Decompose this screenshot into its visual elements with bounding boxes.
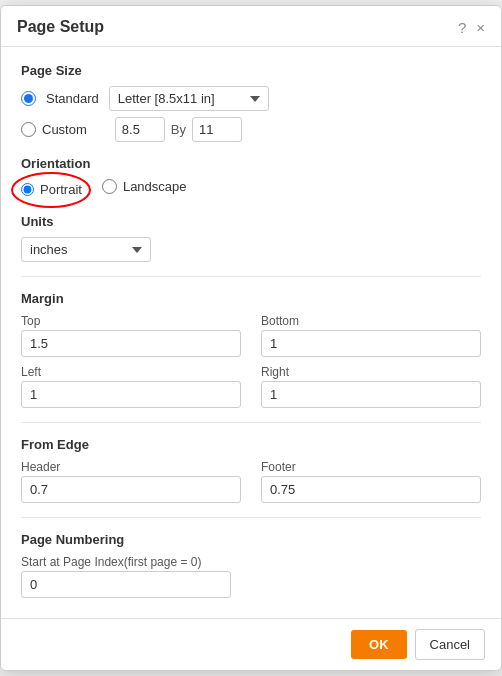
units-select[interactable]: inches centimeters millimeters points (21, 237, 151, 262)
header-field: Header (21, 460, 241, 503)
landscape-label: Landscape (123, 179, 187, 194)
custom-row: Custom By (21, 117, 481, 142)
custom-height-input[interactable] (192, 117, 242, 142)
margin-bottom-field: Bottom (261, 314, 481, 357)
footer-input[interactable] (261, 476, 481, 503)
by-label: By (171, 122, 186, 137)
page-numbering-section: Page Numbering Start at Page Index(first… (21, 532, 481, 598)
units-section: Units inches centimeters millimeters poi… (21, 214, 481, 262)
standard-label: Standard (46, 91, 99, 106)
footer-field: Footer (261, 460, 481, 503)
footer-label: Footer (261, 460, 481, 474)
page-size-section: Page Size Standard Letter [8.5x11 in] Cu… (21, 63, 481, 142)
dialog-title: Page Setup (17, 18, 104, 36)
divider-2 (21, 422, 481, 423)
custom-width-input[interactable] (115, 117, 165, 142)
margin-right-input[interactable] (261, 381, 481, 408)
landscape-radio[interactable] (102, 179, 117, 194)
margin-left-field: Left (21, 365, 241, 408)
close-button[interactable]: × (476, 20, 485, 35)
start-page-label: Start at Page Index(first page = 0) (21, 555, 481, 569)
start-page-field: Start at Page Index(first page = 0) (21, 555, 481, 598)
page-size-label: Page Size (21, 63, 481, 78)
margin-bottom-input[interactable] (261, 330, 481, 357)
edge-grid: Header Footer (21, 460, 481, 503)
margin-grid: Top Bottom Left Right (21, 314, 481, 408)
orientation-section: Orientation Portrait Landscape (21, 156, 481, 200)
custom-label: Custom (42, 122, 87, 137)
cancel-button[interactable]: Cancel (415, 629, 485, 660)
margin-right-label: Right (261, 365, 481, 379)
units-label: Units (21, 214, 481, 229)
orientation-label: Orientation (21, 156, 481, 171)
standard-radio[interactable] (21, 91, 36, 106)
standard-row: Standard Letter [8.5x11 in] (21, 86, 481, 111)
margin-top-label: Top (21, 314, 241, 328)
margin-left-label: Left (21, 365, 241, 379)
orientation-row: Portrait Landscape (21, 179, 481, 200)
page-numbering-label: Page Numbering (21, 532, 481, 547)
start-page-input[interactable] (21, 571, 231, 598)
paper-size-select[interactable]: Letter [8.5x11 in] (109, 86, 269, 111)
page-setup-dialog: Page Setup ? × Page Size Standard Letter… (0, 5, 502, 671)
margin-top-input[interactable] (21, 330, 241, 357)
margin-label: Margin (21, 291, 481, 306)
margin-top-field: Top (21, 314, 241, 357)
margin-section: Margin Top Bottom Left Right (21, 291, 481, 408)
margin-left-input[interactable] (21, 381, 241, 408)
divider-3 (21, 517, 481, 518)
portrait-label: Portrait (40, 182, 82, 197)
portrait-wrapper: Portrait (21, 182, 82, 197)
ok-button[interactable]: OK (351, 630, 407, 659)
divider-1 (21, 276, 481, 277)
dialog-footer: OK Cancel (1, 618, 501, 670)
header-icons: ? × (458, 20, 485, 35)
landscape-row: Landscape (102, 179, 187, 194)
dialog-body: Page Size Standard Letter [8.5x11 in] Cu… (1, 47, 501, 618)
help-button[interactable]: ? (458, 20, 466, 35)
margin-right-field: Right (261, 365, 481, 408)
dialog-header: Page Setup ? × (1, 6, 501, 47)
custom-size-row: By (115, 117, 242, 142)
from-edge-section: From Edge Header Footer (21, 437, 481, 503)
custom-radio[interactable] (21, 122, 36, 137)
header-input[interactable] (21, 476, 241, 503)
header-label: Header (21, 460, 241, 474)
from-edge-label: From Edge (21, 437, 481, 452)
margin-bottom-label: Bottom (261, 314, 481, 328)
portrait-radio[interactable] (21, 183, 34, 196)
